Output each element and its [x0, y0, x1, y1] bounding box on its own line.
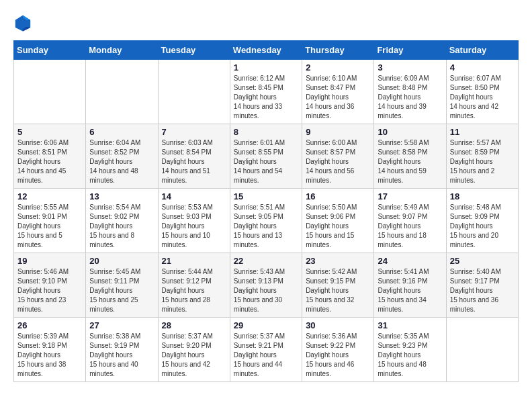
day-number: 10	[378, 127, 442, 137]
logo	[13, 13, 34, 32]
day-number: 25	[450, 256, 515, 266]
day-info: Sunrise: 5:53 AMSunset: 9:03 PMDaylight …	[162, 203, 226, 250]
day-number: 30	[306, 320, 370, 330]
day-info: Sunrise: 5:39 AMSunset: 9:18 PMDaylight …	[17, 332, 82, 379]
day-number: 15	[234, 191, 298, 201]
day-info: Sunrise: 5:46 AMSunset: 9:10 PMDaylight …	[17, 267, 82, 314]
day-number: 18	[450, 191, 515, 201]
day-cell: 10Sunrise: 5:58 AMSunset: 8:58 PMDayligh…	[374, 124, 446, 189]
day-cell: 25Sunrise: 5:40 AMSunset: 9:17 PMDayligh…	[446, 253, 518, 318]
week-row-4: 19Sunrise: 5:46 AMSunset: 9:10 PMDayligh…	[14, 253, 519, 318]
day-cell: 20Sunrise: 5:45 AMSunset: 9:11 PMDayligh…	[86, 253, 158, 318]
weekday-friday: Friday	[374, 41, 446, 60]
day-info: Sunrise: 5:38 AMSunset: 9:19 PMDaylight …	[89, 332, 154, 379]
page: SundayMondayTuesdayWednesdayThursdayFrid…	[0, 0, 532, 389]
weekday-sunday: Sunday	[14, 41, 86, 60]
day-info: Sunrise: 5:35 AMSunset: 9:23 PMDaylight …	[378, 332, 442, 379]
day-cell: 16Sunrise: 5:50 AMSunset: 9:06 PMDayligh…	[302, 189, 374, 253]
day-cell: 8Sunrise: 6:01 AMSunset: 8:55 PMDaylight…	[230, 124, 302, 189]
day-cell: 24Sunrise: 5:41 AMSunset: 9:16 PMDayligh…	[374, 253, 446, 318]
day-cell: 22Sunrise: 5:43 AMSunset: 9:13 PMDayligh…	[230, 253, 302, 318]
day-info: Sunrise: 5:54 AMSunset: 9:02 PMDaylight …	[89, 203, 154, 250]
logo-icon	[13, 13, 32, 32]
day-cell: 9Sunrise: 6:00 AMSunset: 8:57 PMDaylight…	[302, 124, 374, 189]
day-cell: 5Sunrise: 6:06 AMSunset: 8:51 PMDaylight…	[14, 124, 86, 189]
day-number: 8	[234, 127, 298, 137]
day-number: 22	[234, 256, 298, 266]
day-cell: 4Sunrise: 6:07 AMSunset: 8:50 PMDaylight…	[446, 60, 518, 124]
day-cell: 12Sunrise: 5:55 AMSunset: 9:01 PMDayligh…	[14, 189, 86, 253]
day-number: 17	[378, 191, 442, 201]
day-cell	[158, 60, 230, 124]
week-row-1: 1Sunrise: 6:12 AMSunset: 8:45 PMDaylight…	[14, 60, 519, 124]
day-number: 31	[378, 320, 442, 330]
day-number: 12	[17, 191, 82, 201]
day-info: Sunrise: 5:43 AMSunset: 9:13 PMDaylight …	[234, 267, 298, 314]
day-cell: 15Sunrise: 5:51 AMSunset: 9:05 PMDayligh…	[230, 189, 302, 253]
day-info: Sunrise: 5:37 AMSunset: 9:21 PMDaylight …	[234, 332, 298, 379]
day-number: 13	[89, 191, 154, 201]
day-number: 23	[306, 256, 370, 266]
day-info: Sunrise: 6:04 AMSunset: 8:52 PMDaylight …	[89, 138, 154, 185]
day-cell: 19Sunrise: 5:46 AMSunset: 9:10 PMDayligh…	[14, 253, 86, 318]
day-info: Sunrise: 5:44 AMSunset: 9:12 PMDaylight …	[162, 267, 226, 314]
day-info: Sunrise: 5:36 AMSunset: 9:22 PMDaylight …	[306, 332, 370, 379]
day-number: 19	[17, 256, 82, 266]
day-info: Sunrise: 6:09 AMSunset: 8:48 PMDaylight …	[378, 74, 442, 121]
weekday-header-row: SundayMondayTuesdayWednesdayThursdayFrid…	[14, 41, 519, 60]
day-info: Sunrise: 5:48 AMSunset: 9:09 PMDaylight …	[450, 203, 515, 250]
day-number: 4	[450, 62, 515, 73]
day-info: Sunrise: 5:50 AMSunset: 9:06 PMDaylight …	[306, 203, 370, 250]
calendar: SundayMondayTuesdayWednesdayThursdayFrid…	[13, 40, 519, 382]
day-cell: 1Sunrise: 6:12 AMSunset: 8:45 PMDaylight…	[230, 60, 302, 124]
day-info: Sunrise: 5:42 AMSunset: 9:15 PMDaylight …	[306, 267, 370, 314]
day-number: 20	[89, 256, 154, 266]
day-cell: 14Sunrise: 5:53 AMSunset: 9:03 PMDayligh…	[158, 189, 230, 253]
day-number: 11	[450, 127, 515, 137]
day-cell: 11Sunrise: 5:57 AMSunset: 8:59 PMDayligh…	[446, 124, 518, 189]
day-cell	[446, 318, 518, 382]
day-cell: 26Sunrise: 5:39 AMSunset: 9:18 PMDayligh…	[14, 318, 86, 382]
weekday-thursday: Thursday	[302, 41, 374, 60]
day-cell: 6Sunrise: 6:04 AMSunset: 8:52 PMDaylight…	[86, 124, 158, 189]
day-number: 5	[17, 127, 82, 137]
day-cell: 31Sunrise: 5:35 AMSunset: 9:23 PMDayligh…	[374, 318, 446, 382]
day-info: Sunrise: 5:40 AMSunset: 9:17 PMDaylight …	[450, 267, 515, 314]
day-cell: 28Sunrise: 5:37 AMSunset: 9:20 PMDayligh…	[158, 318, 230, 382]
day-number: 29	[234, 320, 298, 330]
day-info: Sunrise: 6:01 AMSunset: 8:55 PMDaylight …	[234, 138, 298, 185]
weekday-saturday: Saturday	[446, 41, 518, 60]
day-number: 1	[234, 62, 298, 73]
weekday-monday: Monday	[86, 41, 158, 60]
day-cell: 23Sunrise: 5:42 AMSunset: 9:15 PMDayligh…	[302, 253, 374, 318]
day-number: 21	[162, 256, 226, 266]
day-info: Sunrise: 5:55 AMSunset: 9:01 PMDaylight …	[17, 203, 82, 250]
day-cell: 17Sunrise: 5:49 AMSunset: 9:07 PMDayligh…	[374, 189, 446, 253]
day-cell: 3Sunrise: 6:09 AMSunset: 8:48 PMDaylight…	[374, 60, 446, 124]
day-cell: 29Sunrise: 5:37 AMSunset: 9:21 PMDayligh…	[230, 318, 302, 382]
day-info: Sunrise: 5:49 AMSunset: 9:07 PMDaylight …	[378, 203, 442, 250]
day-number: 16	[306, 191, 370, 201]
day-info: Sunrise: 6:10 AMSunset: 8:47 PMDaylight …	[306, 74, 370, 121]
day-cell	[14, 60, 86, 124]
week-row-3: 12Sunrise: 5:55 AMSunset: 9:01 PMDayligh…	[14, 189, 519, 253]
day-info: Sunrise: 6:06 AMSunset: 8:51 PMDaylight …	[17, 138, 82, 185]
day-number: 27	[89, 320, 154, 330]
day-info: Sunrise: 6:03 AMSunset: 8:54 PMDaylight …	[162, 138, 226, 185]
day-info: Sunrise: 5:45 AMSunset: 9:11 PMDaylight …	[89, 267, 154, 314]
day-info: Sunrise: 6:00 AMSunset: 8:57 PMDaylight …	[306, 138, 370, 185]
day-info: Sunrise: 5:51 AMSunset: 9:05 PMDaylight …	[234, 203, 298, 250]
day-cell: 21Sunrise: 5:44 AMSunset: 9:12 PMDayligh…	[158, 253, 230, 318]
day-cell: 7Sunrise: 6:03 AMSunset: 8:54 PMDaylight…	[158, 124, 230, 189]
day-cell: 18Sunrise: 5:48 AMSunset: 9:09 PMDayligh…	[446, 189, 518, 253]
header	[13, 13, 519, 32]
day-number: 9	[306, 127, 370, 137]
day-number: 14	[162, 191, 226, 201]
day-cell: 13Sunrise: 5:54 AMSunset: 9:02 PMDayligh…	[86, 189, 158, 253]
week-row-5: 26Sunrise: 5:39 AMSunset: 9:18 PMDayligh…	[14, 318, 519, 382]
day-number: 7	[162, 127, 226, 137]
weekday-tuesday: Tuesday	[158, 41, 230, 60]
day-info: Sunrise: 6:07 AMSunset: 8:50 PMDaylight …	[450, 74, 515, 121]
day-cell	[86, 60, 158, 124]
day-cell: 27Sunrise: 5:38 AMSunset: 9:19 PMDayligh…	[86, 318, 158, 382]
